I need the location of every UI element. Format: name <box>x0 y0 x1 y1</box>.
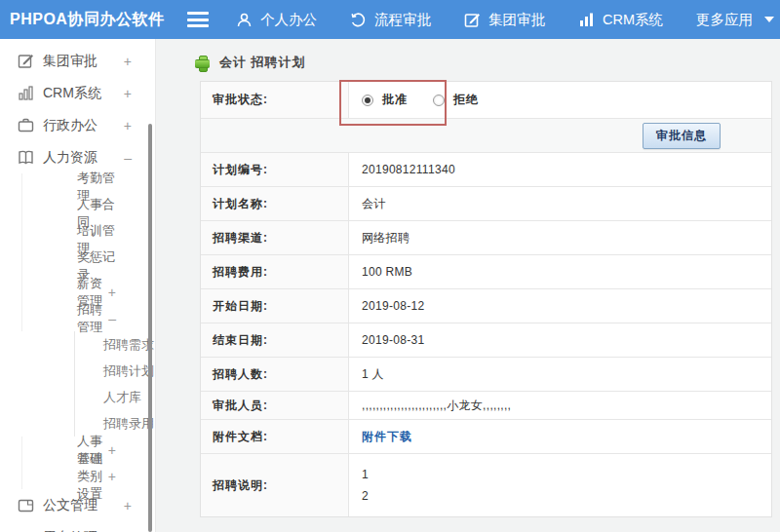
sidebar-item-admin-office[interactable]: 行政办公 + <box>0 109 155 141</box>
field-label: 开始日期: <box>201 289 349 323</box>
collapse-icon[interactable]: – <box>108 312 116 325</box>
collapse-icon[interactable]: – <box>124 151 132 165</box>
book-icon <box>18 149 34 166</box>
bar-chart-icon <box>578 12 595 28</box>
field-value: 会计 <box>349 187 771 220</box>
table-row-approval-action: 审批信息 <box>201 118 771 152</box>
radio-button-icon[interactable] <box>362 95 373 106</box>
table-row-start-date: 开始日期: 2019-08-12 <box>201 288 771 323</box>
edit-icon <box>464 12 481 28</box>
add-icon[interactable] <box>195 56 210 70</box>
radio-label: 批准 <box>382 92 408 108</box>
expand-icon[interactable]: + <box>124 499 132 513</box>
topbar-nav-personal-office[interactable]: 个人办公 <box>236 11 317 29</box>
table-row-recruit-description: 招聘说明: 1 2 <box>201 453 771 516</box>
topbar-nav-workflow-approval[interactable]: 流程审批 <box>350 11 431 29</box>
caret-down-icon <box>764 17 774 22</box>
sidebar: 集团审批 + CRM系统 + 行政办公 + 人力资源 – 考勤管理 人事合同 培… <box>0 39 156 532</box>
radio-approve[interactable]: 批准 <box>362 92 408 108</box>
page-title-row: 会计 招聘计划 <box>195 54 306 71</box>
radio-label: 拒绝 <box>453 92 479 108</box>
hamburger-menu-icon[interactable] <box>187 12 209 27</box>
sidebar-item-crm[interactable]: CRM系统 + <box>0 77 155 109</box>
bar-chart-icon <box>18 85 34 101</box>
expand-icon[interactable]: + <box>108 443 116 457</box>
topbar-nav-crm[interactable]: CRM系统 <box>578 11 663 29</box>
field-value: 1 2 <box>349 454 771 516</box>
expand-icon[interactable]: + <box>124 55 132 68</box>
expand-icon[interactable]: + <box>124 119 132 133</box>
topbar-nav-more-apps[interactable]: 更多应用 <box>696 11 774 29</box>
approval-status-options: 批准 拒绝 <box>349 82 771 118</box>
table-row-end-date: 结束日期: 2019-08-31 <box>201 323 771 357</box>
field-label: 计划编号: <box>201 153 349 186</box>
expand-icon[interactable]: + <box>108 470 116 483</box>
table-row-attachment: 附件文档: 附件下载 <box>201 419 771 453</box>
field-label: 计划名称: <box>201 187 349 220</box>
topbar-nav-label: 个人办公 <box>260 11 317 29</box>
document-icon <box>18 497 34 513</box>
app-logo: PHPOA协同办公软件 <box>0 10 187 30</box>
field-value: 网络招聘 <box>349 221 771 254</box>
table-row-approvers: 审批人员: ,,,,,,,,,,,,,,,,,,,,,,,,小龙女,,,,,,,… <box>201 391 771 419</box>
topbar: PHPOA协同办公软件 个人办公 流程审批 集团审批 CRM系统 更多应用 <box>0 0 780 39</box>
sidebar-menu: 集团审批 + CRM系统 + 行政办公 + 人力资源 – 考勤管理 人事合同 培… <box>0 45 155 532</box>
topbar-nav-label: 集团审批 <box>488 11 545 29</box>
field-label: 招聘渠道: <box>201 221 349 254</box>
sidebar-item-base-category-settings[interactable]: 基础类别设置 + <box>21 463 155 489</box>
table-row-recruit-headcount: 招聘人数: 1 人 <box>201 357 771 391</box>
field-value: 2019-08-12 <box>349 289 771 323</box>
field-value: 20190812111340 <box>349 153 771 186</box>
approval-info-button[interactable]: 审批信息 <box>643 123 721 149</box>
sidebar-scrollbar[interactable] <box>148 124 152 532</box>
sidebar-item-vehicle-mgmt[interactable]: 用车管理 + <box>0 521 155 532</box>
field-value: 100 RMB <box>349 255 771 288</box>
description-line: 2 <box>362 489 369 503</box>
topbar-nav-label: CRM系统 <box>603 11 663 29</box>
briefcase-icon <box>18 117 34 133</box>
table-row-recruit-channel: 招聘渠道: 网络招聘 <box>201 220 771 254</box>
topbar-nav-label: 更多应用 <box>696 11 753 29</box>
field-label: 招聘费用: <box>201 255 349 288</box>
field-label: 招聘人数: <box>201 358 349 391</box>
field-value: 2019-08-31 <box>349 323 771 357</box>
topbar-nav: 个人办公 流程审批 集团审批 CRM系统 更多应用 <box>236 11 774 29</box>
field-label: 招聘说明: <box>201 454 349 516</box>
topbar-nav-group-approval[interactable]: 集团审批 <box>464 11 545 29</box>
sidebar-item-talent-pool[interactable]: 人才库 <box>74 384 155 410</box>
field-value: 附件下载 <box>349 420 771 453</box>
edit-icon <box>18 53 34 69</box>
main-content: 会计 招聘计划 审批状态: 批准 拒绝 审批信息 <box>156 39 780 532</box>
field-label: 附件文档: <box>201 420 349 453</box>
sidebar-item-recruit-plan[interactable]: 招聘计划 <box>74 358 155 384</box>
history-icon <box>350 12 367 28</box>
recruit-plan-detail-table: 审批状态: 批准 拒绝 审批信息 计划编号: 20190812111 <box>200 81 772 517</box>
user-icon <box>236 12 253 28</box>
radio-button-icon[interactable] <box>433 95 445 106</box>
table-row-approval-status: 审批状态: 批准 拒绝 <box>201 82 771 118</box>
expand-icon[interactable]: + <box>108 285 116 299</box>
field-value: 1 人 <box>349 358 771 391</box>
field-value: ,,,,,,,,,,,,,,,,,,,,,,,,小龙女,,,,,,,, <box>349 392 771 419</box>
attachment-download-link[interactable]: 附件下载 <box>362 429 412 445</box>
sidebar-item-group-approval[interactable]: 集团审批 + <box>0 45 155 77</box>
field-label: 结束日期: <box>201 323 349 357</box>
expand-icon[interactable]: + <box>124 87 132 100</box>
field-label: 审批状态: <box>201 82 349 118</box>
table-row-plan-name: 计划名称: 会计 <box>201 186 771 220</box>
page-title: 会计 招聘计划 <box>219 54 306 71</box>
sidebar-item-recruit-mgmt[interactable]: 招聘管理 – <box>21 305 155 331</box>
description-line: 1 <box>362 468 369 481</box>
table-row-plan-number: 计划编号: 20190812111340 <box>201 152 771 186</box>
topbar-nav-label: 流程审批 <box>374 11 431 29</box>
table-row-recruit-cost: 招聘费用: 100 RMB <box>201 254 771 288</box>
app-window: PHPOA协同办公软件 个人办公 流程审批 集团审批 CRM系统 更多应用 <box>0 0 780 532</box>
field-label: 审批人员: <box>201 392 349 419</box>
radio-reject[interactable]: 拒绝 <box>433 92 479 108</box>
